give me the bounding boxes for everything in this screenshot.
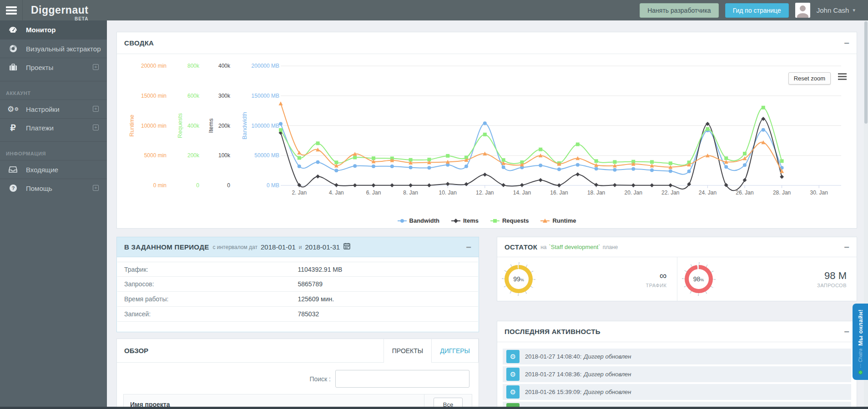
chart-context-menu-icon[interactable] (838, 73, 847, 81)
sidebar-item-settings[interactable]: ⚙⚙ Настройки + (0, 100, 107, 118)
svg-text:30. Jan: 30. Jan (810, 190, 828, 196)
summary-chart[interactable]: 2. Jan4. Jan6. Jan8. Jan10. Jan12. Jan14… (117, 54, 857, 229)
svg-text:8. Jan: 8. Jan (403, 190, 418, 196)
collapse-icon[interactable]: − (844, 41, 849, 45)
topbar: Diggernaut BETA Нанять разработчика Гид … (0, 0, 868, 20)
svg-text:300k: 300k (218, 93, 231, 99)
gear-icon: ⚙ (506, 350, 520, 363)
question-icon: ? (0, 184, 26, 192)
user-name[interactable]: John Cash (817, 6, 849, 14)
svg-text:50000 MB: 50000 MB (254, 152, 279, 159)
period-subtitle: с интервалом дат (212, 244, 257, 250)
tab-projects[interactable]: ПРОЕКТЫ (384, 339, 431, 362)
legend-item-runtime[interactable]: Runtime (540, 217, 576, 224)
svg-text:0 min: 0 min (153, 182, 167, 189)
sidebar-item-payments[interactable]: ₽ Платежи + (0, 118, 107, 137)
stat-row-requests: Запросов: 5865789 (117, 277, 478, 292)
page-guide-button[interactable]: Гид по странице (725, 3, 789, 18)
requests-balance: 98% 98 M ЗАПРОСОВ (677, 257, 857, 301)
svg-text:150000 MB: 150000 MB (252, 93, 279, 99)
sidebar-item-projects[interactable]: Проекты + (0, 58, 107, 76)
svg-text:20. Jan: 20. Jan (625, 190, 642, 196)
sidebar-section-account: АККАУНТ (0, 81, 107, 100)
sidebar-item-inbox[interactable]: Входящие (0, 160, 107, 179)
gear-icon: ⚙ (506, 368, 520, 381)
hire-developer-button[interactable]: Нанять разработчика (640, 3, 718, 18)
sidebar-item-label: Платежи (26, 124, 54, 132)
line-chart[interactable]: 2. Jan4. Jan6. Jan8. Jan10. Jan12. Jan14… (117, 54, 857, 200)
scrollbar-thumb[interactable] (864, 21, 868, 124)
period-date-to[interactable]: 2018-01-31 (305, 243, 340, 251)
svg-text:15000 min: 15000 min (141, 93, 167, 99)
expand-icon[interactable]: + (93, 125, 99, 130)
svg-text:12. Jan: 12. Jan (476, 190, 494, 196)
svg-text:22. Jan: 22. Jan (661, 190, 679, 196)
activity-row[interactable]: ⚙ 2018-01-27 14:08:36: Диггер обновлен (503, 366, 851, 382)
svg-text:5000 min: 5000 min (144, 152, 167, 159)
period-panel: В ЗАДАННОМ ПЕРИОДЕ с интервалом дат 2018… (116, 237, 479, 332)
activity-row[interactable]: ⚙ 2018-01-27 14:08:40: Диггер обновлен (503, 349, 851, 364)
plan-name-link[interactable]: `Staff development` (549, 244, 600, 250)
svg-text:400k: 400k (187, 123, 200, 129)
svg-text:6. Jan: 6. Jan (366, 190, 381, 196)
requests-marker-icon (490, 218, 500, 224)
traffic-remaining-value: ∞ (646, 270, 667, 281)
stat-row-traffic: Трафик: 1104392.91 MB (117, 262, 478, 277)
chevron-down-icon[interactable]: ▾ (853, 7, 855, 13)
sidebar-item-visual-extractor[interactable]: Визуальный экстрактор (0, 39, 107, 58)
svg-text:Bandwidth: Bandwidth (241, 112, 248, 140)
sidebar: Монитор Визуальный экстрактор Проекты + … (0, 20, 107, 409)
collapse-icon[interactable]: − (844, 329, 849, 334)
sidebar-item-help[interactable]: ? Помощь + (0, 179, 107, 197)
gear-icon: ⚙ (506, 385, 520, 399)
reset-zoom-button[interactable]: Reset zoom (788, 72, 831, 85)
sidebar-item-label: Настройки (26, 105, 60, 113)
svg-text:?: ? (11, 185, 15, 191)
bottom-edge-bar (0, 407, 868, 409)
hamburger-icon (6, 5, 17, 16)
svg-text:14. Jan: 14. Jan (513, 190, 531, 196)
legend-item-requests[interactable]: Requests (490, 217, 529, 224)
brand-logo[interactable]: Diggernaut BETA (31, 4, 88, 16)
svg-text:200000 MB: 200000 MB (252, 63, 279, 69)
menu-toggle-button[interactable] (0, 0, 23, 20)
svg-text:100k: 100k (218, 152, 231, 159)
sidebar-item-label: Монитор (26, 26, 56, 34)
sidebar-item-monitor[interactable]: Монитор (0, 20, 107, 39)
balance-panel: ОСТАТОК на `Staff development` плане − 9… (497, 237, 857, 301)
svg-text:0: 0 (196, 182, 199, 189)
svg-text:20000 min: 20000 min (141, 63, 167, 69)
svg-text:800k: 800k (187, 63, 200, 69)
expand-icon[interactable]: + (93, 64, 99, 70)
svg-text:200k: 200k (218, 123, 231, 129)
activity-row[interactable]: ⚙ 2018-01-26 15:39:09: Диггер обновлен (503, 384, 851, 400)
expand-icon[interactable]: + (93, 106, 99, 112)
avatar[interactable] (795, 3, 810, 18)
legend-item-bandwidth[interactable]: Bandwidth (398, 217, 439, 224)
search-input[interactable] (335, 370, 469, 388)
tab-diggers[interactable]: ДИГГЕРЫ (431, 339, 479, 362)
balance-panel-title: ОСТАТОК (505, 243, 537, 251)
ruble-icon: ₽ (0, 123, 26, 133)
svg-text:10000 min: 10000 min (141, 123, 167, 129)
requests-remaining-label: ЗАПРОСОВ (817, 283, 847, 288)
svg-text:400k: 400k (218, 63, 231, 69)
requests-gauge: 98% (685, 265, 713, 293)
sidebar-item-label: Визуальный экстрактор (26, 45, 101, 53)
calendar-icon[interactable] (343, 243, 350, 251)
svg-text:200k: 200k (187, 152, 200, 159)
sidebar-section-information: ИНФОРМАЦИЯ (0, 141, 107, 160)
brand-name: Diggernaut (31, 4, 88, 16)
activity-panel: ПОСЛЕДНЯЯ АКТИВНОСТЬ − ⚙ 2018-01-27 14:0… (497, 321, 857, 409)
inbox-icon (0, 166, 26, 173)
stat-row-runtime: Время работы: 125609 мин. (117, 292, 478, 307)
expand-icon[interactable]: + (93, 185, 99, 191)
gauge-icon (0, 26, 26, 33)
chat-widget-tab[interactable]: ··· Chatra Мы онлайн! (853, 304, 868, 380)
svg-text:10. Jan: 10. Jan (439, 190, 457, 196)
legend-item-items[interactable]: Items (451, 217, 479, 224)
bandwidth-marker-icon (398, 218, 407, 224)
collapse-icon[interactable]: − (466, 245, 471, 249)
period-date-from[interactable]: 2018-01-01 (261, 243, 296, 251)
collapse-icon[interactable]: − (844, 245, 849, 249)
